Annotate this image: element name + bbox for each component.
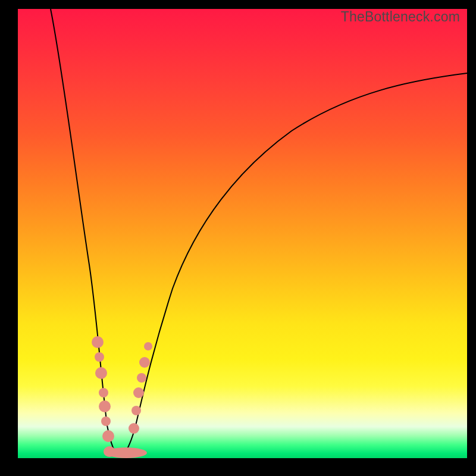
marker-dot [102,430,114,442]
marker-dot [99,400,111,412]
bottleneck-curve-right [120,73,467,457]
marker-dot [129,423,139,434]
marker-dot [95,352,104,362]
marker-bottom-blob-left [104,446,115,457]
marker-dot [144,342,152,350]
marker-dot [101,416,111,426]
marker-dot [92,336,104,348]
marker-dot [137,373,146,383]
marker-dot [131,406,141,415]
marker-dot [99,388,108,397]
marker-dot [95,367,107,379]
marker-dot [133,387,144,398]
chart-svg [18,9,467,458]
bottleneck-curve-left [51,9,120,457]
plot-area: TheBottleneck.com [18,9,467,458]
marker-dot [139,357,150,368]
